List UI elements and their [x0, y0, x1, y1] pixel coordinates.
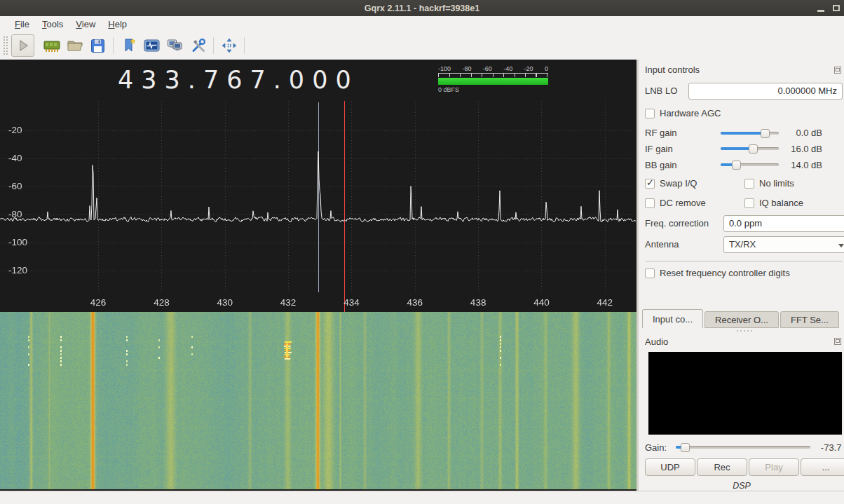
- reset-digits-checkbox[interactable]: [645, 268, 655, 278]
- meter-unit-label: 0 dBFS: [438, 86, 548, 93]
- splitter-dots-handle[interactable]: [645, 329, 844, 333]
- floppy-disk-icon: [90, 38, 106, 54]
- toolbar: [0, 32, 844, 60]
- rec-button[interactable]: Rec: [697, 458, 747, 476]
- antenna-select[interactable]: TX/RX: [723, 236, 844, 253]
- iq-balance-label: IQ balance: [759, 198, 803, 208]
- dc-remove-checkbox[interactable]: [645, 198, 655, 208]
- iq-balance-checkbox[interactable]: [744, 198, 754, 208]
- float-panel-icon[interactable]: [834, 338, 841, 345]
- save-file-button[interactable]: [86, 34, 109, 57]
- remote-control-button[interactable]: [163, 34, 186, 57]
- audio-fft-display: [648, 352, 842, 435]
- tab-input-controls[interactable]: Input co...: [642, 309, 703, 328]
- frequency-display[interactable]: 433.767.000: [118, 66, 359, 94]
- play-icon: [15, 38, 31, 53]
- no-limits-checkbox[interactable]: [744, 179, 754, 189]
- meter-bar: [438, 78, 548, 85]
- bookmark-icon: [121, 37, 137, 54]
- audio-gain-handle[interactable]: [681, 443, 690, 452]
- tab-receiver-options[interactable]: Receiver O...: [705, 311, 779, 328]
- bb-gain-handle[interactable]: [732, 161, 741, 170]
- reset-digits-row[interactable]: Reset frequency controller digits: [645, 268, 844, 279]
- swap-iq-checkbox[interactable]: [645, 179, 655, 189]
- if-gain-slider[interactable]: [721, 144, 779, 154]
- maximize-icon[interactable]: [833, 5, 840, 11]
- audio-buttons: UDP Rec Play ...: [645, 458, 844, 476]
- reset-digits-label: Reset frequency controller digits: [660, 268, 790, 278]
- tab-fft-settings[interactable]: FFT Se...: [780, 311, 839, 328]
- meter-bar-fill: [438, 78, 548, 85]
- gqrx-window: Gqrx 2.11.1 - hackrf=3938e1 File Tools V…: [0, 0, 844, 504]
- toolbar-drag-handle[interactable]: [3, 36, 8, 55]
- waterfall-canvas[interactable]: [0, 312, 637, 489]
- audio-title: Audio: [645, 336, 834, 347]
- dsp-label: DSP: [645, 481, 838, 491]
- menu-help[interactable]: Help: [102, 18, 133, 31]
- bookmarks-button[interactable]: [117, 34, 140, 57]
- dock-tabbar: Input co... Receiver O... FFT Se...: [642, 309, 844, 328]
- hardware-agc-label: Hardware AGC: [660, 108, 721, 118]
- rf-gain-slider[interactable]: [721, 128, 779, 138]
- rf-gain-value: 0.0 dB: [779, 128, 822, 138]
- audio-gain-row: Gain: -73.7 dB: [645, 441, 844, 454]
- more-button[interactable]: ...: [801, 458, 844, 476]
- start-dsp-button[interactable]: [11, 34, 34, 57]
- menubar: File Tools View Help: [0, 16, 844, 32]
- statusbar: [0, 491, 844, 504]
- tools-icon: [190, 37, 207, 54]
- plot-area: 433.767.000 -100-80-60-40-200 0 dBFS: [0, 60, 637, 491]
- udp-button[interactable]: UDP: [645, 458, 695, 476]
- play-button[interactable]: Play: [749, 458, 799, 476]
- chevron-down-icon: [838, 244, 844, 247]
- folder-icon: [67, 37, 83, 54]
- minimize-icon[interactable]: [817, 10, 824, 12]
- if-gain-label: IF gain: [645, 144, 721, 154]
- antenna-label: Antenna: [645, 239, 723, 250]
- dc-remove-row[interactable]: DC remove: [645, 198, 744, 209]
- fullscreen-button[interactable]: [217, 34, 240, 57]
- antenna-row: Antenna TX/RX: [645, 236, 844, 253]
- freq-correction-label: Freq. correction: [645, 218, 723, 229]
- freq-correction-input[interactable]: [723, 215, 844, 232]
- bb-gain-label: BB gain: [645, 160, 721, 170]
- antenna-value: TX/RX: [729, 239, 756, 250]
- lnb-lo-row: LNB LO: [645, 83, 844, 100]
- window-title: Gqrx 2.11.1 - hackrf=3938e1: [365, 4, 479, 13]
- move-arrows-icon: [221, 37, 238, 54]
- rf-gain-label: RF gain: [645, 128, 721, 138]
- signal-meter: -100-80-60-40-200 0 dBFS: [438, 65, 548, 93]
- lnb-lo-input[interactable]: [688, 83, 843, 100]
- hardware-agc-row[interactable]: Hardware AGC: [645, 108, 844, 119]
- menu-view[interactable]: View: [69, 18, 102, 31]
- audio-gain-value: -73.7 dB: [810, 442, 844, 453]
- rf-gain-handle[interactable]: [761, 129, 770, 138]
- io-devices-button[interactable]: [40, 34, 63, 57]
- if-gain-handle[interactable]: [749, 144, 758, 154]
- no-limits-row[interactable]: No limits: [744, 178, 844, 189]
- spectrum-canvas[interactable]: [0, 101, 637, 312]
- float-panel-icon[interactable]: [834, 67, 841, 74]
- menu-tools[interactable]: Tools: [36, 18, 69, 31]
- fft-display-button[interactable]: [140, 34, 163, 57]
- dc-remove-label: DC remove: [660, 198, 706, 208]
- scope-screen-icon: [143, 38, 161, 54]
- bb-gain-value: 14.0 dB: [779, 160, 822, 170]
- computers-icon: [166, 37, 184, 54]
- input-controls-header: Input controls: [645, 64, 844, 76]
- iq-balance-row[interactable]: IQ balance: [744, 198, 844, 209]
- bb-gain-slider[interactable]: [721, 160, 779, 170]
- hardware-agc-checkbox[interactable]: [645, 109, 655, 118]
- panel-separator: [645, 261, 843, 261]
- memory-chip-icon: [43, 37, 61, 54]
- if-gain-row: IF gain 16.0 dB: [645, 142, 844, 155]
- audio-gain-slider[interactable]: [676, 442, 810, 452]
- settings-button[interactable]: [186, 34, 210, 57]
- menu-file[interactable]: File: [8, 18, 36, 31]
- swap-iq-row[interactable]: Swap I/Q: [645, 178, 744, 189]
- freq-correction-row: Freq. correction: [645, 215, 844, 232]
- side-panel: Input controls LNB LO Hardware AGC RF ga…: [639, 60, 844, 491]
- titlebar: Gqrx 2.11.1 - hackrf=3938e1: [0, 0, 844, 16]
- open-file-button[interactable]: [63, 34, 86, 57]
- if-gain-value: 16.0 dB: [779, 144, 822, 154]
